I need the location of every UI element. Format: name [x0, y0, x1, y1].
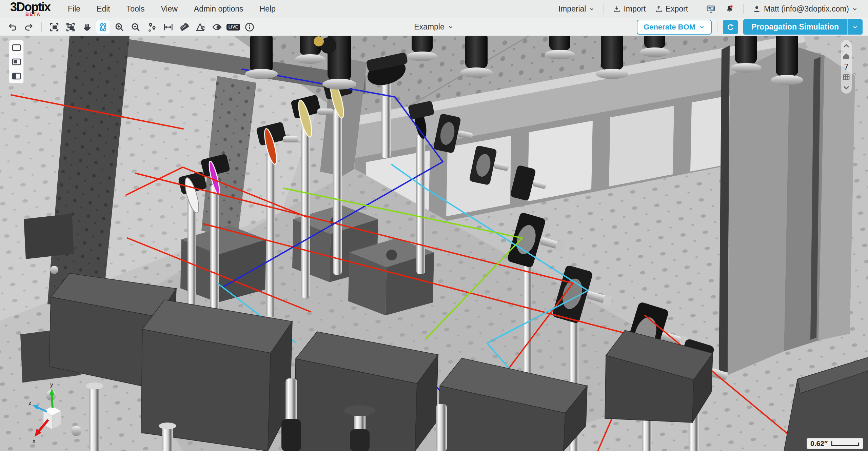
prism-dispersion-button[interactable] — [194, 20, 208, 34]
prism-icon — [195, 22, 206, 33]
bell-icon — [725, 4, 734, 14]
zoom-in-button[interactable] — [112, 20, 126, 34]
ruler-button[interactable] — [177, 20, 192, 34]
zoom-to-selection-button[interactable] — [63, 20, 78, 34]
3d-viewport[interactable]: y z x 7 0.62″ — [0, 36, 868, 451]
ruler-icon — [179, 22, 190, 33]
menu-bar: 3Doptix BETA File Edit Tools View Admin … — [0, 0, 868, 18]
eye-cursor-icon — [212, 22, 222, 33]
divider — [697, 4, 697, 14]
panel-toggle-inset[interactable] — [9, 55, 23, 69]
propagation-label: Propagation Simulation — [743, 19, 847, 35]
undo-icon — [7, 22, 18, 33]
nav-up-button[interactable] — [842, 42, 850, 50]
layout-panel — [9, 40, 24, 83]
zoom-out-button[interactable] — [129, 20, 143, 34]
scene-selector-dropdown[interactable]: Example — [414, 22, 454, 32]
chevron-down-icon — [589, 6, 595, 12]
info-icon — [244, 22, 255, 33]
layout-inset-icon — [12, 58, 21, 65]
menu-tools[interactable]: Tools — [126, 4, 145, 14]
nav-grid-button[interactable] — [842, 74, 850, 81]
x-axis-label: x — [33, 438, 36, 444]
import-button[interactable]: Import — [613, 4, 646, 14]
menu-admin-options[interactable]: Admin options — [194, 4, 243, 14]
pan-hand-icon — [82, 22, 92, 32]
export-icon — [655, 5, 663, 13]
live-view-button[interactable]: LIVE — [226, 20, 240, 34]
menu-view[interactable]: View — [161, 4, 177, 14]
rerun-simulation-button[interactable] — [723, 20, 738, 34]
view-nav-widget: 7 — [841, 40, 852, 94]
chevron-down-icon — [852, 24, 858, 30]
generate-bom-button[interactable]: Generate BOM — [637, 20, 712, 35]
orbit-button[interactable] — [96, 20, 110, 34]
chevron-down-icon — [448, 24, 454, 30]
view-visibility-button[interactable] — [210, 20, 224, 34]
live-badge-icon: LIVE — [226, 24, 240, 31]
home-icon — [842, 53, 850, 60]
redo-icon — [23, 22, 34, 33]
grid-icon — [842, 74, 850, 81]
menu-help[interactable]: Help — [260, 4, 276, 14]
z-axis-label: z — [28, 400, 32, 406]
divider — [743, 4, 744, 14]
zoom-out-icon — [130, 22, 141, 33]
notifications-button[interactable] — [725, 4, 734, 14]
chevron-down-icon — [852, 6, 858, 12]
nav-home-button[interactable] — [842, 53, 850, 60]
scale-bracket-icon — [831, 440, 860, 447]
refresh-icon — [726, 23, 735, 32]
user-menu[interactable]: Matt (info@3doptix.com) — [752, 4, 858, 14]
export-button[interactable]: Export — [655, 4, 688, 14]
layout-empty-icon — [12, 44, 21, 51]
propagation-dropdown[interactable] — [848, 19, 863, 35]
scale-value: 0.62″ — [810, 439, 828, 448]
y-axis-arrow — [52, 395, 53, 408]
zoom-in-icon — [114, 22, 125, 33]
logo-beta-badge: BETA — [10, 12, 50, 16]
logo-text: 3Doptix — [10, 2, 50, 12]
y-axis-label: y — [50, 381, 53, 388]
screen-search-icon — [706, 4, 716, 14]
panel-toggle-split[interactable] — [9, 69, 23, 83]
measure-width-button[interactable] — [161, 20, 175, 34]
layout-split-icon — [12, 73, 21, 80]
menu-edit[interactable]: Edit — [97, 4, 110, 14]
right-wall — [719, 45, 855, 377]
pan-button[interactable] — [80, 20, 94, 34]
chevron-up-icon — [843, 43, 850, 48]
undo-button[interactable] — [5, 20, 20, 34]
app-logo[interactable]: 3Doptix BETA — [10, 2, 50, 16]
info-button[interactable] — [242, 20, 257, 34]
zoom-to-fit-icon — [49, 22, 60, 33]
user-icon — [752, 5, 761, 14]
units-dropdown[interactable]: Imperial — [558, 4, 595, 14]
main-menu: File Edit Tools View Admin options Help — [68, 4, 276, 14]
chevron-down-icon — [843, 85, 850, 90]
zoom-to-fit-button[interactable] — [47, 20, 61, 34]
notification-badge — [730, 5, 733, 8]
orbit-icon — [98, 22, 108, 33]
scale-indicator: 0.62″ — [807, 438, 863, 449]
panel-toggle-full[interactable] — [9, 40, 23, 55]
zoom-to-selection-icon — [65, 22, 76, 33]
measure-points-button[interactable] — [145, 20, 159, 34]
optical-bench-scene: y z x — [0, 36, 868, 451]
nav-down-button[interactable] — [842, 84, 850, 92]
menu-file[interactable]: File — [68, 4, 80, 14]
chevron-down-icon — [699, 24, 705, 30]
redo-button[interactable] — [22, 20, 36, 34]
screen-share-button[interactable] — [706, 4, 716, 14]
measure-width-icon — [163, 22, 174, 33]
measure-points-icon — [146, 22, 157, 33]
toolbar: LIVE Example Generate BOM Propagation Si… — [0, 18, 868, 36]
divider — [717, 22, 717, 32]
import-icon — [613, 5, 621, 13]
divider — [41, 22, 42, 32]
propagation-simulation-button[interactable]: Propagation Simulation — [743, 19, 863, 35]
scene-name: Example — [414, 22, 444, 32]
divider — [604, 4, 604, 14]
nav-view-number: 7 — [842, 63, 850, 71]
